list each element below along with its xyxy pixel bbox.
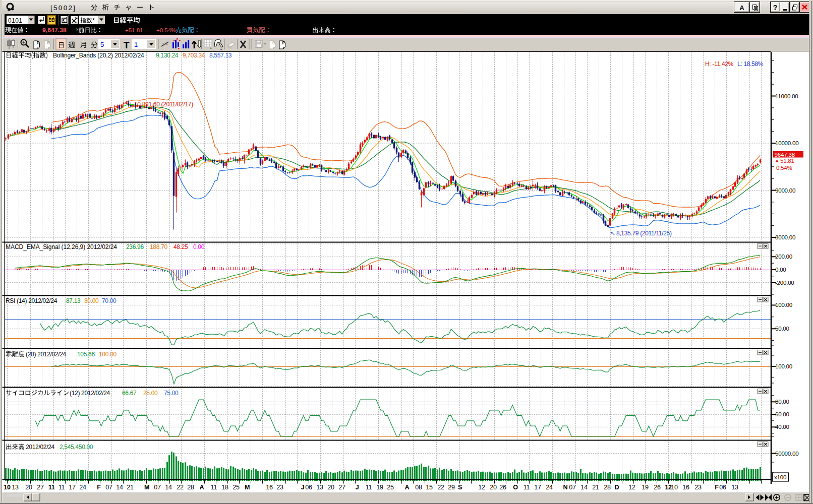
svg-text:11: 11 <box>211 484 217 491</box>
svg-text:+0.54%: +0.54% <box>156 27 176 33</box>
svg-text:(12) 2012/02/24: (12) 2012/02/24 <box>70 390 110 397</box>
svg-text:75.00: 75.00 <box>164 390 179 397</box>
svg-text:17: 17 <box>534 484 541 491</box>
svg-text:48.25: 48.25 <box>173 243 188 250</box>
svg-text:14: 14 <box>116 484 123 491</box>
svg-text:9,703.34: 9,703.34 <box>183 52 205 59</box>
svg-text:23: 23 <box>276 484 283 491</box>
svg-text:50.00: 50.00 <box>775 325 789 332</box>
svg-text:D: D <box>615 484 619 491</box>
svg-text:19: 19 <box>642 484 649 491</box>
svg-text:0: 0 <box>272 40 275 45</box>
svg-text:H: -11.42%: H: -11.42% <box>705 60 734 68</box>
svg-text:T: T <box>124 40 130 50</box>
svg-text:0.00: 0.00 <box>775 266 786 273</box>
svg-text:2012/02/24: 2012/02/24 <box>26 444 55 451</box>
svg-text:9000.00: 9000.00 <box>775 187 795 194</box>
svg-text:A: A <box>739 4 744 12</box>
svg-text:11000.00: 11000.00 <box>775 93 798 99</box>
svg-text:1: 1 <box>134 41 138 48</box>
svg-text:21: 21 <box>592 484 599 491</box>
svg-text:8000.00: 8000.00 <box>775 234 795 240</box>
svg-text:20: 20 <box>490 484 497 491</box>
svg-text:20: 20 <box>25 484 32 491</box>
svg-text:06: 06 <box>305 484 312 491</box>
svg-text:x100: x100 <box>774 474 786 480</box>
svg-text:100.00: 100.00 <box>775 301 792 308</box>
svg-text:30.00: 30.00 <box>84 297 99 304</box>
svg-text:2,545,450.00: 2,545,450.00 <box>60 444 93 451</box>
svg-text:80.00: 80.00 <box>775 398 789 405</box>
svg-text:M: M <box>245 484 250 491</box>
svg-text:10: 10 <box>4 484 11 491</box>
svg-text:0.54%: 0.54% <box>776 164 792 171</box>
svg-text:13: 13 <box>316 484 323 491</box>
svg-text:P: P <box>282 40 285 45</box>
svg-text:13: 13 <box>731 484 738 491</box>
svg-text:28: 28 <box>187 484 194 491</box>
svg-text:07: 07 <box>569 484 576 491</box>
svg-text:N: N <box>563 484 568 491</box>
svg-text:87.13: 87.13 <box>66 297 81 304</box>
svg-text:5: 5 <box>100 41 104 48</box>
svg-text:12: 12 <box>478 484 485 491</box>
svg-text:(20) 2012/02/24: (20) 2012/02/24 <box>26 351 67 358</box>
svg-text:236.96: 236.96 <box>126 243 144 250</box>
svg-text:11: 11 <box>366 484 372 491</box>
svg-text:200.00: 200.00 <box>775 253 792 260</box>
svg-text:22: 22 <box>437 484 444 491</box>
svg-text:15: 15 <box>426 484 433 491</box>
svg-text:07: 07 <box>154 484 161 491</box>
svg-text:25: 25 <box>233 484 240 491</box>
svg-text:70.00: 70.00 <box>102 297 117 304</box>
svg-text:9647.38: 9647.38 <box>775 151 795 158</box>
svg-text:←: ← <box>128 100 134 108</box>
svg-text:↖: ↖ <box>610 230 615 237</box>
svg-text:+51.81: +51.81 <box>125 27 143 33</box>
svg-text:06: 06 <box>719 484 726 491</box>
svg-text:11: 11 <box>59 484 65 491</box>
svg-text:22: 22 <box>177 484 184 491</box>
svg-text:20: 20 <box>327 484 334 491</box>
svg-text:14: 14 <box>580 484 588 491</box>
svg-text:26: 26 <box>499 484 506 491</box>
svg-text:27: 27 <box>338 484 345 491</box>
svg-text:07: 07 <box>105 484 112 491</box>
svg-text:M: M <box>144 484 149 491</box>
svg-text:-200.00: -200.00 <box>775 279 794 286</box>
svg-text:MACD_EMA_Signal (12,26,9) 2012: MACD_EMA_Signal (12,26,9) 2012/02/24 <box>6 243 117 250</box>
svg-text:8,557.13: 8,557.13 <box>209 52 232 59</box>
svg-text:19: 19 <box>376 484 383 491</box>
svg-text:P: P <box>36 40 39 45</box>
svg-text:0101: 0101 <box>8 17 22 24</box>
svg-text:Bollinger_Bands (20,2) 2012/02: Bollinger_Bands (20,2) 2012/02/24 <box>53 52 144 59</box>
svg-text:B: B <box>47 40 50 45</box>
svg-text:11: 11 <box>524 484 530 491</box>
svg-text:10: 10 <box>671 484 678 491</box>
svg-text:100.00: 100.00 <box>99 351 117 358</box>
svg-text:51.81: 51.81 <box>780 157 794 164</box>
svg-text:[5002]: [5002] <box>50 4 76 12</box>
svg-text:9,130.24: 9,130.24 <box>156 52 179 59</box>
svg-text:9,647.38: 9,647.38 <box>42 27 67 34</box>
svg-text:16: 16 <box>266 484 273 491</box>
svg-text:40.00: 40.00 <box>775 423 789 430</box>
svg-text:60.00: 60.00 <box>775 411 789 417</box>
svg-text:RSI (14) 2012/02/24: RSI (14) 2012/02/24 <box>6 297 57 304</box>
svg-text:*: * <box>92 17 95 24</box>
svg-text:25: 25 <box>387 484 394 491</box>
svg-text:11: 11 <box>48 484 55 491</box>
svg-text:08: 08 <box>415 484 422 491</box>
svg-text:10000.00: 10000.00 <box>775 140 798 146</box>
svg-text:12: 12 <box>628 484 635 491</box>
svg-text:F: F <box>715 484 719 491</box>
svg-text:17: 17 <box>69 484 76 491</box>
svg-text:?: ? <box>773 4 778 12</box>
svg-text:28: 28 <box>604 484 611 491</box>
svg-text:21: 21 <box>127 484 134 491</box>
svg-text:0.00: 0.00 <box>193 243 205 250</box>
svg-text:13: 13 <box>12 484 19 491</box>
svg-text:50000.00: 50000.00 <box>775 450 798 457</box>
svg-text:100.00: 100.00 <box>775 363 792 369</box>
svg-text:14: 14 <box>165 484 172 491</box>
